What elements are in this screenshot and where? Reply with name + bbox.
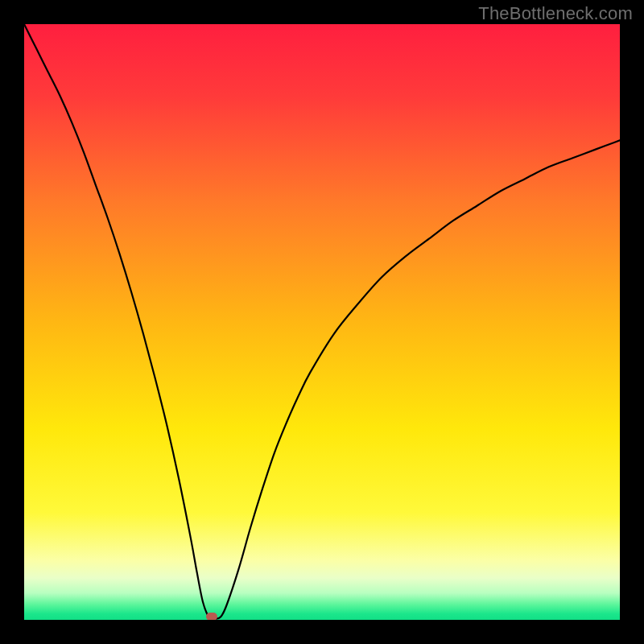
bottleneck-curve <box>24 24 620 620</box>
watermark-text: TheBottleneck.com <box>478 3 633 24</box>
plot-area <box>24 24 620 620</box>
minimum-marker <box>206 613 217 620</box>
chart-frame: TheBottleneck.com <box>0 0 644 644</box>
